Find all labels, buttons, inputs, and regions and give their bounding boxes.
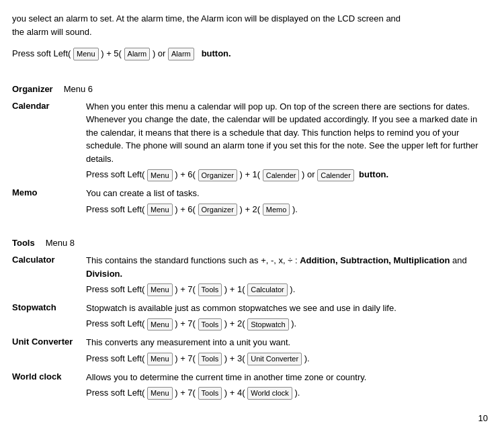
calculator-desc-bold2: Division. xyxy=(86,269,122,279)
world-clock-press-line: Press soft Left( Menu ) + 7( Tools ) + 4… xyxy=(86,386,488,400)
unit-converter-p3: ) + 3( xyxy=(224,353,245,363)
calendar-content: When you enter this menu a calendar will… xyxy=(86,100,488,181)
world-clock-desc: Allows you to determine the current time… xyxy=(86,372,366,382)
calculator-desc-bold: Addition, Subtraction, Multiplication xyxy=(300,255,450,265)
stopwatch-label: Stopwatch xyxy=(12,302,86,314)
intro-line1: you select an alarm to set. At the alarm… xyxy=(12,13,401,24)
stopwatch-kbd2: Tools xyxy=(198,318,222,331)
calculator-press-label: Press soft Left( xyxy=(86,284,144,294)
organizer-menu: Menu 6 xyxy=(64,83,93,96)
calculator-kbd2: Tools xyxy=(198,283,222,296)
calculator-label: Calculator xyxy=(12,254,86,267)
memo-press-line: Press soft Left( Menu ) + 6( Organizer )… xyxy=(86,203,488,216)
memo-p4: ). xyxy=(292,204,298,214)
calculator-content: This contains the standard functions suc… xyxy=(86,254,488,296)
intro-alarm1-kbd: Alarm xyxy=(124,48,151,60)
memo-p3: ) + 2( xyxy=(239,204,260,214)
stopwatch-item: Stopwatch Stopwatch is available just as… xyxy=(12,302,488,330)
world-clock-press-label: Press soft Left( xyxy=(86,388,144,398)
memo-content: You can create a list of tasks. Press so… xyxy=(86,187,488,216)
calendar-press-line: Press soft Left( Menu ) + 6( Organizer )… xyxy=(86,168,488,181)
stopwatch-kbd3: Stopwatch xyxy=(247,318,288,331)
stopwatch-content: Stopwatch is available just as common st… xyxy=(86,302,488,330)
memo-kbd1: Menu xyxy=(147,204,173,216)
memo-desc: You can create a list of tasks. xyxy=(86,188,200,198)
unit-converter-label: Unit Converter xyxy=(12,336,86,349)
memo-kbd3: Memo xyxy=(263,204,290,216)
intro-press-label: Press soft Left( xyxy=(12,48,71,58)
stopwatch-p3: ) + 2( xyxy=(224,318,245,328)
world-clock-p4: ). xyxy=(294,388,300,398)
intro-press-line: Press soft Left( Menu ) + 5( Alarm ) or … xyxy=(12,48,488,60)
intro-line2: the alarm will sound. xyxy=(12,27,92,37)
calendar-label: Calendar xyxy=(12,100,86,113)
world-clock-kbd3: World clock xyxy=(247,387,292,400)
unit-converter-p2: ) + 7( xyxy=(175,353,196,363)
calculator-item: Calculator This contains the standard fu… xyxy=(12,254,488,296)
calendar-kbd2: Organizer xyxy=(198,169,237,182)
unit-converter-press-line: Press soft Left( Menu ) + 7( Tools ) + 3… xyxy=(86,352,488,365)
memo-press-label: Press soft Left( xyxy=(86,204,144,214)
tools-menu: Menu 8 xyxy=(46,237,75,250)
unit-converter-content: This converts any measurement into a uni… xyxy=(86,336,488,365)
calendar-press-label: Press soft Left( xyxy=(86,169,144,179)
intro-alarm2-kbd: Alarm xyxy=(168,48,194,60)
world-clock-kbd2: Tools xyxy=(198,387,222,400)
calendar-kbd3: Calender xyxy=(263,169,300,182)
intro-menu-kbd: Menu xyxy=(73,48,99,60)
world-clock-p2: ) + 7( xyxy=(175,388,196,398)
unit-converter-kbd3: Unit Converter xyxy=(247,353,302,365)
calculator-kbd3: Calculator xyxy=(247,283,288,296)
calculator-p3: ) + 1( xyxy=(224,284,245,294)
memo-p2: ) + 6( xyxy=(175,204,196,214)
stopwatch-press-label: Press soft Left( xyxy=(86,318,144,328)
calendar-kbd1: Menu xyxy=(147,169,173,182)
unit-converter-item: Unit Converter This converts any measure… xyxy=(12,336,488,365)
unit-converter-kbd1: Menu xyxy=(147,353,173,365)
calculator-desc1: This contains the standard functions suc… xyxy=(86,255,300,265)
page-number: 10 xyxy=(478,412,488,425)
tools-section-header: Tools Menu 8 xyxy=(12,237,488,250)
calendar-p2: ) + 6( xyxy=(175,169,196,179)
memo-kbd2: Organizer xyxy=(198,204,237,216)
intro-paragraph: you select an alarm to set. At the alarm… xyxy=(12,12,488,38)
world-clock-kbd1: Menu xyxy=(147,387,173,400)
calendar-item: Calendar When you enter this menu a cale… xyxy=(12,100,488,181)
world-clock-label: World clock xyxy=(12,371,86,384)
memo-item: Memo You can create a list of tasks. Pre… xyxy=(12,187,488,216)
world-clock-p3: ) + 4( xyxy=(224,388,245,398)
organizer-section-header: Organizer Menu 6 xyxy=(12,83,488,96)
calendar-p4: ) or xyxy=(302,169,315,179)
world-clock-item: World clock Allows you to determine the … xyxy=(12,371,488,400)
memo-label: Memo xyxy=(12,187,86,200)
calculator-kbd1: Menu xyxy=(147,283,173,296)
stopwatch-p2: ) + 7( xyxy=(175,318,196,328)
intro-or: ) or xyxy=(153,48,166,58)
calculator-p4: ). xyxy=(290,284,295,294)
calculator-press-line: Press soft Left( Menu ) + 7( Tools ) + 1… xyxy=(86,283,488,296)
calculator-p2: ) + 7( xyxy=(175,284,196,294)
unit-converter-desc: This converts any measurement into a uni… xyxy=(86,337,290,347)
calendar-kbd4: Calender xyxy=(317,169,354,182)
unit-converter-p4: ). xyxy=(304,353,310,363)
world-clock-content: Allows you to determine the current time… xyxy=(86,371,488,400)
calendar-p5: button. xyxy=(359,169,388,179)
unit-converter-press-label: Press soft Left( xyxy=(86,353,144,363)
stopwatch-press-line: Press soft Left( Menu ) + 7( Tools ) + 2… xyxy=(86,317,488,330)
stopwatch-p4: ). xyxy=(291,318,296,328)
stopwatch-kbd1: Menu xyxy=(147,318,173,331)
tools-title: Tools xyxy=(12,237,35,250)
calendar-p3: ) + 1( xyxy=(239,169,260,179)
intro-plus5: ) + 5( xyxy=(101,48,122,58)
intro-button-text: button. xyxy=(202,48,231,58)
stopwatch-desc: Stopwatch is available just as common st… xyxy=(86,303,396,313)
calendar-desc: When you enter this menu a calendar will… xyxy=(86,101,478,164)
calculator-desc2: and xyxy=(450,255,466,265)
organizer-title: Organizer xyxy=(12,83,53,96)
unit-converter-kbd2: Tools xyxy=(198,353,222,365)
